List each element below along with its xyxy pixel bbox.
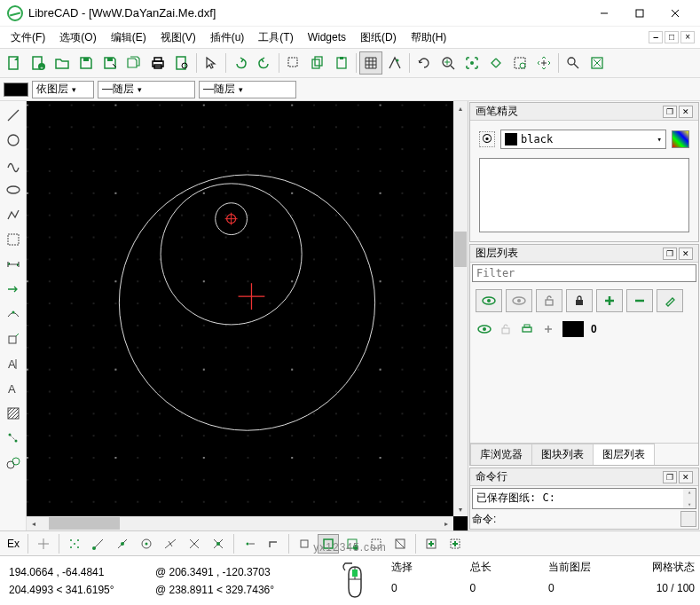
line-tool[interactable] xyxy=(3,105,24,126)
snap-distance-button[interactable] xyxy=(184,534,205,554)
pen-panel-close-button[interactable]: ✕ xyxy=(679,106,693,118)
command-input[interactable] xyxy=(499,511,677,527)
layer-filter-input[interactable] xyxy=(472,264,696,282)
zoom-redraw-button[interactable] xyxy=(413,51,436,75)
print-button[interactable] xyxy=(146,51,169,75)
draft-mode-button[interactable] xyxy=(383,51,406,75)
paste-button[interactable] xyxy=(330,51,353,75)
layer-edit-button[interactable] xyxy=(657,289,683,312)
block-tool[interactable] xyxy=(3,452,24,474)
move-tool[interactable] xyxy=(3,328,24,350)
maximize-button[interactable] xyxy=(622,2,657,25)
layer-unlock-button[interactable] xyxy=(536,289,562,312)
tab-blocks[interactable]: 图块列表 xyxy=(531,444,594,465)
deselect-layer-button[interactable] xyxy=(366,534,387,554)
point-tool[interactable] xyxy=(3,428,24,449)
linetype-select[interactable]: —随层▾ xyxy=(199,81,296,98)
command-panel-close-button[interactable]: ✕ xyxy=(679,471,693,483)
save-all-button[interactable] xyxy=(122,51,146,75)
drawing-canvas[interactable]: ▴▾ ◂▸ xyxy=(27,101,468,530)
close-button[interactable] xyxy=(657,2,693,25)
layers-panel-float-button[interactable]: ❐ xyxy=(663,248,677,260)
mtext-tool[interactable]: A xyxy=(3,378,24,399)
zoom-extents-button[interactable] xyxy=(562,51,585,75)
menu-edit[interactable]: 编辑(E) xyxy=(106,28,152,47)
zoom-in-button[interactable] xyxy=(437,51,460,75)
command-clear-button[interactable] xyxy=(680,511,696,527)
ex-label[interactable]: Ex xyxy=(4,538,23,550)
command-panel-float-button[interactable]: ❐ xyxy=(663,471,677,483)
layer-remove-button[interactable] xyxy=(626,289,653,312)
pen-palette-button[interactable] xyxy=(672,130,689,148)
deselect-all-button[interactable] xyxy=(444,534,466,554)
save-button[interactable] xyxy=(75,51,98,75)
grid-toggle-button[interactable] xyxy=(359,51,382,75)
menu-file[interactable]: 文件(F) xyxy=(5,28,51,47)
text-tool[interactable]: A xyxy=(3,353,24,374)
invert-selection-button[interactable] xyxy=(389,534,411,554)
redo-button[interactable] xyxy=(253,51,276,75)
menu-options[interactable]: 选项(O) xyxy=(54,28,101,47)
curve-tool[interactable] xyxy=(3,154,24,176)
zoom-auto-button[interactable] xyxy=(460,51,484,75)
undo-button[interactable] xyxy=(229,51,252,75)
dimension-tool[interactable] xyxy=(3,254,24,275)
restrict-orthogonal-button[interactable] xyxy=(263,534,284,554)
select-tool[interactable] xyxy=(3,229,24,250)
zoom-window-button[interactable] xyxy=(508,51,531,75)
layer-lock-button[interactable] xyxy=(566,289,593,312)
canvas-scrollbar-vertical[interactable]: ▴▾ xyxy=(453,101,468,516)
canvas-scrollbar-horizontal[interactable]: ◂▸ xyxy=(27,516,453,530)
menu-help[interactable]: 帮助(H) xyxy=(405,28,452,47)
layers-panel-close-button[interactable]: ✕ xyxy=(679,248,693,260)
menu-tools[interactable]: 工具(T) xyxy=(253,28,298,47)
snap-intersection-button[interactable] xyxy=(208,534,229,554)
layer-row-0[interactable]: 0 xyxy=(470,318,698,341)
command-log[interactable]: 已保存图纸: C: ▴▾ xyxy=(472,488,696,509)
cut-button[interactable] xyxy=(282,51,305,75)
layer-visible-icon[interactable] xyxy=(477,322,492,336)
select-layer-button[interactable] xyxy=(342,534,363,554)
new-file-button[interactable] xyxy=(3,51,26,75)
current-color-swatch[interactable] xyxy=(4,82,28,97)
tab-layers[interactable]: 图层列表 xyxy=(593,444,655,465)
layer-color-select[interactable]: 依图层▾ xyxy=(32,81,94,98)
mdi-maximize[interactable]: □ xyxy=(665,31,679,43)
minimize-button[interactable] xyxy=(586,2,622,25)
select-button[interactable] xyxy=(200,51,223,75)
snap-free-button[interactable] xyxy=(33,534,54,554)
layer-hide-all-button[interactable] xyxy=(506,289,532,312)
snap-on-entity-button[interactable] xyxy=(112,534,133,554)
modify-tool[interactable] xyxy=(3,279,24,300)
layer-color-swatch[interactable] xyxy=(562,321,584,337)
snap-endpoint-button[interactable] xyxy=(88,534,109,554)
select-all-button[interactable] xyxy=(421,534,442,554)
pen-panel-float-button[interactable]: ❐ xyxy=(663,106,677,118)
print-preview-button[interactable] xyxy=(170,51,193,75)
layer-print-icon[interactable] xyxy=(520,322,534,336)
copy-button[interactable] xyxy=(306,51,329,75)
info-tool[interactable] xyxy=(3,303,24,325)
snap-center-button[interactable] xyxy=(136,534,157,554)
relative-zero-button[interactable] xyxy=(294,534,315,554)
save-as-button[interactable] xyxy=(98,51,122,75)
new-from-template-button[interactable]: + xyxy=(27,51,50,75)
menu-plugins[interactable]: 插件(u) xyxy=(205,28,250,47)
open-file-button[interactable] xyxy=(51,51,74,75)
tab-library[interactable]: 库浏览器 xyxy=(470,444,532,465)
hatch-tool[interactable] xyxy=(3,403,24,424)
snap-middle-button[interactable] xyxy=(160,534,181,554)
layer-construction-icon[interactable] xyxy=(541,322,555,336)
mdi-minimize[interactable]: ‒ xyxy=(649,31,663,43)
zoom-pan-button[interactable] xyxy=(532,51,555,75)
restrict-nothing-button[interactable] xyxy=(239,534,260,554)
layer-add-button[interactable] xyxy=(596,289,623,312)
mdi-close[interactable]: × xyxy=(680,31,695,43)
layer-show-all-button[interactable] xyxy=(476,289,502,312)
linewidth-select[interactable]: —随层▾ xyxy=(98,81,195,98)
snap-grid-button[interactable] xyxy=(64,534,85,554)
pen-pick-button[interactable]: ⦿ xyxy=(479,131,495,147)
ellipse-tool[interactable] xyxy=(3,179,24,200)
circle-tool[interactable] xyxy=(3,130,24,151)
menu-drawing[interactable]: 图纸(D) xyxy=(355,28,402,47)
